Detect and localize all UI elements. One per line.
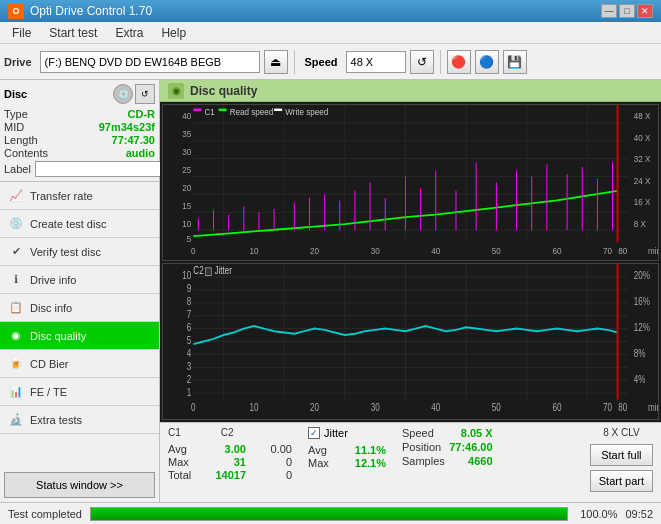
tool-btn-2[interactable]: 🔵 bbox=[475, 50, 499, 74]
avg-c2: 0.00 bbox=[252, 443, 292, 455]
svg-text:10: 10 bbox=[182, 218, 191, 229]
svg-text:min: min bbox=[648, 402, 658, 413]
mid-key: MID bbox=[4, 121, 24, 133]
status-window-button[interactable]: Status window >> bbox=[4, 472, 155, 498]
sidebar-item-transfer-rate[interactable]: 📈 Transfer rate bbox=[0, 182, 159, 210]
svg-text:9: 9 bbox=[187, 284, 191, 295]
start-full-button[interactable]: Start full bbox=[590, 444, 653, 466]
svg-text:50: 50 bbox=[492, 402, 501, 413]
svg-text:7: 7 bbox=[187, 309, 191, 320]
disc-refresh-icon[interactable]: ↺ bbox=[135, 84, 155, 104]
svg-text:50: 50 bbox=[492, 245, 501, 256]
svg-text:80: 80 bbox=[618, 245, 627, 256]
mid-val: 97m34s23f bbox=[99, 121, 155, 133]
svg-rect-66 bbox=[193, 109, 201, 111]
svg-text:Write speed: Write speed bbox=[285, 106, 328, 117]
sidebar-item-fe-te[interactable]: 📊 FE / TE bbox=[0, 378, 159, 406]
svg-text:1: 1 bbox=[187, 387, 191, 398]
disc-quality-icon: ◉ bbox=[8, 328, 24, 344]
minimize-button[interactable]: — bbox=[601, 4, 617, 18]
sidebar-item-cd-bier[interactable]: 🍺 CD Bier bbox=[0, 350, 159, 378]
speed-label: Speed bbox=[305, 56, 338, 68]
svg-text:16%: 16% bbox=[634, 296, 650, 307]
svg-text:3: 3 bbox=[187, 361, 191, 372]
tool-btn-1[interactable]: 🔴 bbox=[447, 50, 471, 74]
menu-file[interactable]: File bbox=[4, 24, 39, 42]
drive-info-icon: ℹ bbox=[8, 272, 24, 288]
disc-quality-header: ◉ Disc quality bbox=[160, 80, 661, 102]
svg-text:min: min bbox=[648, 245, 658, 256]
svg-text:10: 10 bbox=[182, 271, 191, 282]
c2-header: C2 bbox=[221, 427, 234, 438]
drive-eject-button[interactable]: ⏏ bbox=[264, 50, 288, 74]
save-button[interactable]: 💾 bbox=[503, 50, 527, 74]
sidebar-item-disc-quality[interactable]: ◉ Disc quality bbox=[0, 322, 159, 350]
total-c1: 14017 bbox=[206, 469, 246, 481]
svg-text:C2: C2 bbox=[193, 265, 203, 276]
start-part-button[interactable]: Start part bbox=[590, 470, 653, 492]
sidebar-item-drive-info[interactable]: ℹ Drive info bbox=[0, 266, 159, 294]
maximize-button[interactable]: □ bbox=[619, 4, 635, 18]
menu-start-test[interactable]: Start test bbox=[41, 24, 105, 42]
length-key: Length bbox=[4, 134, 38, 146]
svg-text:24 X: 24 X bbox=[634, 175, 651, 186]
menu-extra[interactable]: Extra bbox=[107, 24, 151, 42]
sidebar-item-disc-info[interactable]: 📋 Disc info bbox=[0, 294, 159, 322]
refresh-button[interactable]: ↺ bbox=[410, 50, 434, 74]
c2-chart: 10 9 8 7 6 5 4 3 2 1 20% 16% 12% 8% 4% bbox=[162, 263, 659, 420]
status-bar: Test completed 100.0% 09:52 bbox=[0, 502, 661, 524]
svg-text:12%: 12% bbox=[634, 322, 650, 333]
action-buttons: 8 X CLV Start full Start part bbox=[590, 427, 653, 492]
svg-text:70: 70 bbox=[603, 245, 612, 256]
c1-chart: 40 35 30 25 20 15 10 5 48 X 40 X 32 X 24… bbox=[162, 104, 659, 261]
position-stat-label: Position bbox=[402, 441, 441, 453]
sidebar-item-extra-tests[interactable]: 🔬 Extra tests bbox=[0, 406, 159, 434]
c1-c2-stats: C1 C2 Avg 3.00 0.00 Max 31 0 Total 14017… bbox=[168, 427, 292, 481]
label-key: Label bbox=[4, 163, 31, 175]
position-stat-val: 77:46.00 bbox=[449, 441, 492, 453]
toolbar-separator2 bbox=[440, 50, 441, 74]
drive-select[interactable]: (F:) BENQ DVD DD EW164B BEGB bbox=[40, 51, 260, 73]
svg-text:4: 4 bbox=[187, 348, 191, 359]
svg-text:60: 60 bbox=[552, 245, 561, 256]
svg-text:20: 20 bbox=[182, 182, 191, 193]
jitter-avg-label: Avg bbox=[308, 444, 340, 456]
svg-text:40: 40 bbox=[182, 111, 191, 122]
cd-bier-icon: 🍺 bbox=[8, 356, 24, 372]
contents-val: audio bbox=[126, 147, 155, 159]
jitter-label: Jitter bbox=[324, 427, 348, 439]
max-c2: 0 bbox=[252, 456, 292, 468]
menu-help[interactable]: Help bbox=[153, 24, 194, 42]
svg-text:8%: 8% bbox=[634, 348, 646, 359]
speed-select[interactable]: 48 X bbox=[346, 51, 406, 73]
svg-text:4%: 4% bbox=[634, 374, 646, 385]
label-input[interactable] bbox=[35, 161, 164, 177]
avg-label: Avg bbox=[168, 443, 200, 455]
sidebar-item-create-test-disc[interactable]: 💿 Create test disc bbox=[0, 210, 159, 238]
svg-text:C1: C1 bbox=[204, 106, 214, 117]
disc-icon[interactable]: 💿 bbox=[113, 84, 133, 104]
speed-mode-label: 8 X CLV bbox=[590, 427, 653, 438]
avg-c1: 3.00 bbox=[206, 443, 246, 455]
main-layout: Disc 💿 ↺ Type CD-R MID 97m34s23f Length … bbox=[0, 80, 661, 502]
svg-rect-117 bbox=[205, 268, 211, 276]
svg-text:Jitter: Jitter bbox=[215, 265, 233, 276]
svg-text:0: 0 bbox=[191, 245, 196, 256]
svg-text:10: 10 bbox=[249, 245, 258, 256]
jitter-checkbox[interactable]: ✓ bbox=[308, 427, 320, 439]
content-area: ◉ Disc quality bbox=[160, 80, 661, 502]
svg-text:40: 40 bbox=[431, 245, 440, 256]
disc-section-title: Disc bbox=[4, 88, 27, 100]
samples-stat-val: 4660 bbox=[468, 455, 492, 467]
transfer-rate-icon: 📈 bbox=[8, 188, 24, 204]
status-text: Test completed bbox=[8, 508, 82, 520]
svg-text:25: 25 bbox=[182, 164, 191, 175]
speed-stat-label: Speed bbox=[402, 427, 434, 439]
close-button[interactable]: ✕ bbox=[637, 4, 653, 18]
sidebar: Disc 💿 ↺ Type CD-R MID 97m34s23f Length … bbox=[0, 80, 160, 502]
toolbar-separator bbox=[294, 50, 295, 74]
sidebar-item-verify-test-disc[interactable]: ✔ Verify test disc bbox=[0, 238, 159, 266]
svg-text:2: 2 bbox=[187, 374, 191, 385]
type-val: CD-R bbox=[128, 108, 156, 120]
c1-header: C1 bbox=[168, 427, 181, 438]
